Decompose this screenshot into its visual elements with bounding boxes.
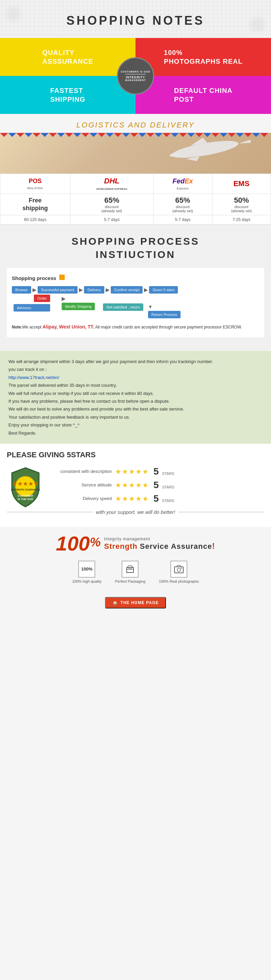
- big-100: 100: [56, 533, 90, 554]
- env-t1: [0, 133, 8, 137]
- env-t33: [260, 133, 268, 137]
- not-satisfied-col: Not satisfied , return: [103, 294, 143, 311]
- env-t2: [8, 133, 16, 137]
- logistics-section: LOGISTICS AND DELIVERY: [0, 114, 271, 224]
- package-icon: [125, 564, 135, 574]
- env-t17: [130, 133, 138, 137]
- info-line-10: Best Regards.: [8, 429, 263, 437]
- rating-row-2: Service attitude ★ ★ ★ ★ ★ 5 STARS: [51, 480, 264, 490]
- quality-icon: 100%: [81, 566, 92, 571]
- svg-rect-18: [177, 565, 181, 567]
- footer-section: 100 % Integrity management Strength Serv…: [0, 527, 271, 619]
- info-line-4: The parcel will delivered within 35 days…: [8, 381, 263, 389]
- svg-marker-1: [238, 139, 251, 145]
- step-given5: Given 5 stars: [149, 286, 178, 294]
- left-col: Order Advisory: [12, 294, 50, 312]
- arrow-1: ▶: [33, 287, 36, 293]
- arrow-4: ▶: [144, 287, 148, 293]
- stars-title: PLEASE GIVING 5STARS: [7, 450, 264, 459]
- star-2-1: ★: [115, 481, 121, 489]
- photo-icon-box: [170, 561, 187, 578]
- footer-icon-quality: 100% 100% high quality: [72, 561, 101, 583]
- env-t19: [146, 133, 154, 137]
- rating-row-3: Delivery speed ★ ★ ★ ★ ★ 5 STARS: [51, 493, 264, 504]
- arrow-3: ▶: [106, 287, 109, 293]
- info-section: We will arrange shipment within 3 days a…: [0, 351, 271, 444]
- env-t5: [33, 133, 41, 137]
- env-t9: [65, 133, 73, 137]
- step-advisory: Advisory: [14, 304, 50, 312]
- home-button-container: 🏠 THE HOME PAGE: [7, 590, 264, 608]
- ems-discount: 50% discount(already set): [212, 194, 271, 215]
- svg-rect-10: [127, 568, 133, 573]
- env-t10: [73, 133, 81, 137]
- env-t3: [16, 133, 24, 137]
- env-t12: [89, 133, 98, 137]
- footer-icon-packaging: Perfect Packaging: [115, 561, 145, 583]
- svg-text:CUSTOMER: CUSTOMER: [17, 494, 33, 497]
- five-number-2: 5: [154, 480, 159, 490]
- flow-row-2: Order Advisory ▶ Modify Shipping Not sat…: [12, 294, 259, 318]
- process-diagram: Shopping process Browse ▶ Successful pay…: [7, 268, 264, 337]
- svg-point-19: [181, 568, 182, 569]
- env-t6: [41, 133, 49, 137]
- svg-point-17: [177, 568, 181, 571]
- stars-suffix-3: STARS: [162, 499, 174, 503]
- rating-label-3: Delivery speed: [51, 496, 112, 501]
- quality-section: QUALITYASSSURANCE 100%PHOTOGRAPHS REAL F…: [0, 38, 271, 114]
- star-3-5: ★: [142, 495, 148, 503]
- strength-text: Strength: [104, 542, 140, 550]
- info-line-3: http://www.17track.net/en/: [8, 374, 263, 381]
- tracking-link[interactable]: http://www.17track.net/en/: [8, 375, 59, 380]
- star-2-4: ★: [135, 481, 142, 489]
- home-button[interactable]: 🏠 THE HOME PAGE: [105, 597, 166, 608]
- packaging-icon-box: [122, 561, 139, 578]
- star-1-3: ★: [129, 468, 135, 476]
- stars-1: ★ ★ ★ ★ ★: [115, 468, 148, 476]
- arrow-5: ▶: [62, 296, 95, 301]
- star-3-2: ★: [122, 495, 128, 503]
- quality-box-2: 100%PHOTOGRAPHS REAL: [135, 38, 271, 76]
- step-browse: Browse: [12, 286, 31, 294]
- pos-days: 60-120 days: [0, 215, 70, 224]
- info-line-5: We will full refund you or reship if you…: [8, 390, 263, 397]
- star-1-4: ★: [135, 468, 142, 476]
- flow-row-1: Browse ▶ Successful payment ▶ Delivery ▶…: [12, 286, 259, 294]
- step-delivery: Delivery: [84, 286, 105, 294]
- rating-label-1: consistent with description: [51, 469, 112, 474]
- star-2-3: ★: [129, 481, 135, 489]
- rating-row-1: consistent with description ★ ★ ★ ★ ★ 5 …: [51, 466, 264, 477]
- process-section: SHOPPING PROCESSINSTIUCTION Shopping pro…: [0, 224, 271, 351]
- svg-rect-12: [129, 568, 131, 569]
- env-t14: [106, 133, 114, 137]
- stars-suffix-2: STARS: [162, 485, 174, 489]
- star-2-2: ★: [122, 481, 128, 489]
- process-label: Shopping process: [12, 275, 259, 281]
- airplane-icon: [156, 136, 251, 172]
- stars-content: ★★★★★ AUTHENTIC GUARANTEE CUSTOMER IS TH…: [7, 466, 264, 504]
- footer-icon-photos: 100% Real photographs: [159, 561, 199, 583]
- home-icon: 🏠: [113, 600, 118, 605]
- process-icon: [59, 275, 65, 280]
- star-3-4: ★: [135, 495, 142, 503]
- hundred-percent: 100 % Integrity management Strength Serv…: [7, 533, 264, 554]
- packaging-label: Perfect Packaging: [115, 579, 145, 583]
- svg-text:IS THE GOD: IS THE GOD: [17, 498, 33, 501]
- dhl-days: 5-7 days: [70, 215, 153, 224]
- ratings-list: consistent with description ★ ★ ★ ★ ★ 5 …: [51, 466, 264, 504]
- stars-suffix-1: STARS: [162, 471, 174, 476]
- photos-label: 100% Real photographs: [159, 579, 199, 583]
- ems-days: 7-25 days: [212, 215, 271, 224]
- quality-box-1: QUALITYASSSURANCE: [0, 38, 135, 76]
- step-return: Return Process: [148, 311, 181, 318]
- stars-section: PLEASE GIVING 5STARS ★★★★★ AUTHENTIC GUA…: [0, 444, 271, 527]
- env-t32: [252, 133, 260, 137]
- info-line-2: you can track it on :: [8, 366, 263, 373]
- quality-text-2: 100%PHOTOGRAPHS REAL: [164, 48, 242, 66]
- five-number-3: 5: [154, 493, 159, 504]
- step-confirm: Confirm receipt: [111, 286, 143, 294]
- step-modify: Modify Shipping: [62, 303, 95, 310]
- process-note: Note:We accept Alipay, West Union, TT. A…: [12, 323, 259, 331]
- dhl-discount: 65% discount(already set): [70, 194, 153, 215]
- quality-box-3: FASTESTSHIPPING: [0, 76, 135, 114]
